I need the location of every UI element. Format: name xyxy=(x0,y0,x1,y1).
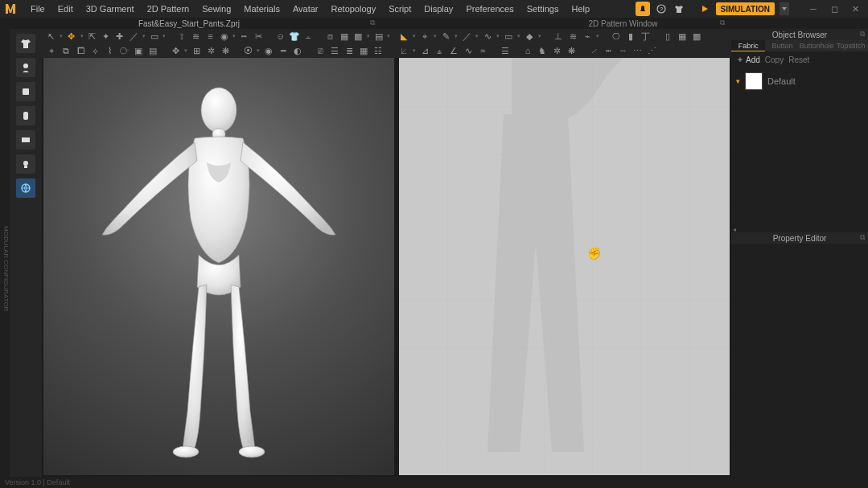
tool-grid3-icon[interactable]: ▤ xyxy=(372,30,385,43)
tool2d-r2-10-icon[interactable]: ✲ xyxy=(550,44,563,57)
tool-r2-20-icon[interactable]: ▦ xyxy=(357,44,370,57)
tool-r2-10-icon[interactable]: ⊞ xyxy=(190,44,203,57)
tool-r2-13-icon[interactable]: ⦿ xyxy=(241,44,254,57)
tool-shirt-icon[interactable]: 👕 xyxy=(288,30,300,43)
window-maximize-icon[interactable]: ◻ xyxy=(826,3,842,14)
tool2d-r2-13-icon[interactable]: ┅ xyxy=(602,44,615,57)
tool2d-edit-icon[interactable]: ⌖ xyxy=(418,30,431,43)
add-button[interactable]: ＋Add xyxy=(736,54,760,65)
dock-pe-icon[interactable]: ⧉ xyxy=(860,233,865,242)
tool2d-r2-8-icon[interactable]: ⌂ xyxy=(521,44,534,57)
tool-button-icon[interactable]: ◉ xyxy=(218,30,230,43)
tool-r2-9-icon[interactable]: ✥ xyxy=(169,44,182,57)
tool-zipper-icon[interactable]: ≡ xyxy=(204,30,216,43)
window-close-icon[interactable]: ✕ xyxy=(847,3,863,14)
tool2d-line-icon[interactable]: ／ xyxy=(460,30,473,43)
fabric-row-default[interactable]: ▾ Default xyxy=(736,72,863,90)
tool-select-icon[interactable]: ↖ xyxy=(45,30,57,43)
tool2d-select-icon[interactable]: ◣ xyxy=(397,30,410,43)
simulation-button[interactable]: SIMULATION xyxy=(716,2,775,15)
tool2d-r2-7-icon[interactable]: ☰ xyxy=(499,44,512,57)
modular-panel-icon[interactable] xyxy=(16,130,35,150)
tool-gizmo-icon[interactable]: ✦ xyxy=(100,30,112,43)
tool2d-grid1-icon[interactable]: ▦ xyxy=(676,30,689,43)
tool2d-r2-11-icon[interactable]: ❋ xyxy=(565,44,578,57)
modular-body-icon[interactable] xyxy=(16,106,35,125)
menu-materials[interactable]: Materials xyxy=(237,0,286,18)
tool2d-slash-icon[interactable]: ⌁ xyxy=(581,30,594,43)
tool-r2-14-icon[interactable]: ◉ xyxy=(262,44,275,57)
menu-script[interactable]: Script xyxy=(382,0,418,18)
copy-button[interactable]: Copy xyxy=(765,55,784,64)
tool-r2-5-icon[interactable]: ⌇ xyxy=(103,44,116,57)
menu-preferences[interactable]: Preferences xyxy=(459,0,520,18)
menu-file[interactable]: File xyxy=(24,0,51,18)
tool2d-r2-1-icon[interactable]: ⟀ xyxy=(397,44,410,57)
tool-r2-19-icon[interactable]: ≣ xyxy=(343,44,356,57)
modular-avatar-icon[interactable] xyxy=(16,82,35,101)
tool-r2-8-icon[interactable]: ▤ xyxy=(146,44,159,57)
tool2d-rect-icon[interactable]: ▭ xyxy=(502,30,515,43)
tool-pin-icon[interactable]: ✚ xyxy=(113,30,125,43)
tool-r2-11-icon[interactable]: ✲ xyxy=(204,44,217,57)
tool-grid2-icon[interactable]: ▩ xyxy=(352,30,364,43)
viewport-2d[interactable]: ✊ xyxy=(399,58,730,475)
tool2d-r2-3-icon[interactable]: ⟁ xyxy=(433,44,446,57)
tab-buttonhole[interactable]: Buttonhole xyxy=(800,40,834,51)
tool2d-r2-15-icon[interactable]: ⋯ xyxy=(631,44,644,57)
dock-2d-icon[interactable]: ⧉ xyxy=(720,18,725,27)
menu-display[interactable]: Display xyxy=(418,0,459,18)
tool-r2-3-icon[interactable]: ⧠ xyxy=(74,44,87,57)
modular-globe-icon[interactable] xyxy=(16,178,35,198)
tool2d-r2-16-icon[interactable]: ⋰ xyxy=(645,44,658,57)
tool-move-icon[interactable]: ✥ xyxy=(65,30,77,43)
tool-avatar-icon[interactable]: ☺ xyxy=(274,30,286,43)
tool-rect-icon[interactable]: ▭ xyxy=(148,30,160,43)
tool-r2-17-icon[interactable]: ⎚ xyxy=(314,44,327,57)
tool2d-notch-icon[interactable]: ⊥ xyxy=(552,30,565,43)
tool2d-dart-icon[interactable]: ◆ xyxy=(523,30,536,43)
tool2d-seam-icon[interactable]: ≋ xyxy=(566,30,579,43)
modular-head2-icon[interactable] xyxy=(16,154,35,174)
tool-r2-12-icon[interactable]: ❋ xyxy=(219,44,232,57)
simulation-play-icon[interactable] xyxy=(698,2,711,15)
reset-button[interactable]: Reset xyxy=(788,55,809,64)
menu-help[interactable]: Help xyxy=(565,0,596,18)
tool-r2-6-icon[interactable]: ⧂ xyxy=(117,44,130,57)
dock-3d-icon[interactable]: ⧉ xyxy=(370,18,375,27)
dock-ob-icon[interactable]: ⧉ xyxy=(860,30,865,39)
tool2d-r2-4-icon[interactable]: ∠ xyxy=(447,44,460,57)
tool-topstitch-icon[interactable]: ┅ xyxy=(238,30,250,43)
tool2d-fill-icon[interactable]: ▮ xyxy=(624,30,637,43)
simulation-dropdown[interactable] xyxy=(780,2,789,15)
help-icon[interactable]: ? xyxy=(655,2,668,15)
shirt-icon[interactable] xyxy=(673,2,685,15)
tool-r2-4-icon[interactable]: ⟡ xyxy=(88,44,101,57)
tool-box-icon[interactable]: ⧈ xyxy=(324,30,336,43)
tool-r2-2-icon[interactable]: ⧉ xyxy=(60,44,72,57)
viewport-3d[interactable] xyxy=(43,58,394,475)
tool2d-r2-12-icon[interactable]: ⟋ xyxy=(587,44,600,57)
menu-sewing[interactable]: Sewing xyxy=(195,0,237,18)
tool-r2-21-icon[interactable]: ☷ xyxy=(372,44,385,57)
file-tab-label[interactable]: Fast&Easy_Start_Pants.Zprj xyxy=(138,19,240,28)
menu-retopology[interactable]: Retopology xyxy=(325,0,383,18)
tool2d-trace-icon[interactable]: ⎔ xyxy=(610,30,623,43)
fabric-swatch-icon[interactable] xyxy=(745,72,763,90)
tool-line-icon[interactable]: ／ xyxy=(128,30,140,43)
tool2d-r2-2-icon[interactable]: ⊿ xyxy=(418,44,431,57)
notification-icon[interactable] xyxy=(636,2,650,16)
tab-fabric[interactable]: Fabric xyxy=(731,40,765,51)
tool-r2-1-icon[interactable]: ⌖ xyxy=(45,44,58,57)
tool2d-r2-6-icon[interactable]: ≈ xyxy=(476,44,489,57)
tool2d-measure-icon[interactable]: ▯ xyxy=(661,30,674,43)
tool-arrange-icon[interactable]: ⇱ xyxy=(85,30,97,43)
tool-fold-icon[interactable]: ≋ xyxy=(190,30,202,43)
menu-avatar[interactable]: Avatar xyxy=(286,0,325,18)
chevron-down-icon[interactable]: ▾ xyxy=(736,77,740,85)
modular-head-icon[interactable] xyxy=(16,58,35,77)
tool2d-r2-14-icon[interactable]: ┄ xyxy=(616,44,629,57)
tool2d-r2-5-icon[interactable]: ∿ xyxy=(462,44,475,57)
tool-r2-18-icon[interactable]: ☰ xyxy=(328,44,341,57)
tool2d-pen-icon[interactable]: ✎ xyxy=(439,30,452,43)
